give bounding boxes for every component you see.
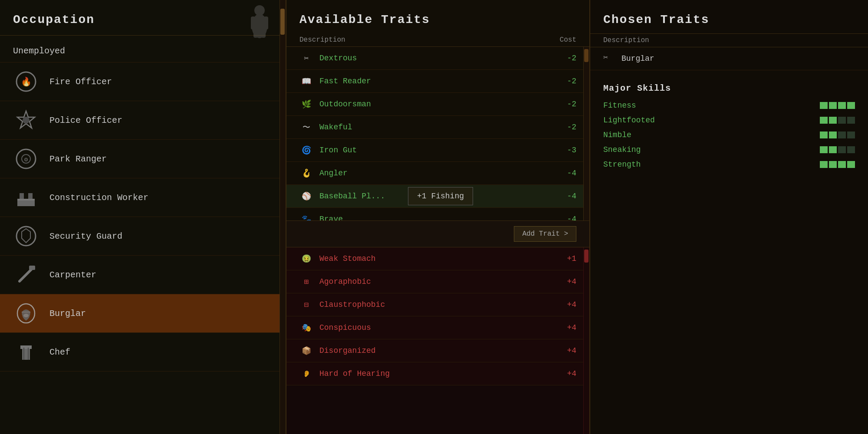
occupation-label-chef: Chef	[49, 347, 70, 357]
skill-item-fitness: Fitness	[603, 101, 855, 110]
skill-bar-sneaking-2	[829, 146, 837, 153]
skill-bars-strength	[820, 161, 855, 168]
skill-name-sneaking: Sneaking	[603, 145, 820, 154]
trait-item-brave[interactable]: 🐾 Brave -4	[286, 208, 589, 220]
occupation-item-construction-worker[interactable]: Construction Worker	[0, 178, 286, 217]
trait-icon-brave: 🐾	[299, 212, 313, 220]
trait-item-claustrophobic[interactable]: ⊟ Claustrophobic +4	[286, 293, 589, 316]
trait-item-hard-of-hearing[interactable]: 👂 Hard of Hearing +4	[286, 362, 589, 385]
trait-name-outdoorsman: Outdoorsman	[319, 100, 559, 108]
traits-panel: Available Traits Description Cost ✂ Dext…	[286, 0, 590, 434]
trait-item-agoraphobic[interactable]: ⊞ Agoraphobic +4	[286, 270, 589, 293]
trait-icon-angler: 🪝	[299, 166, 313, 180]
trait-cost-fast-reader: -2	[559, 77, 576, 85]
occ-icon-park-ranger: ⚙	[13, 146, 39, 172]
trait-name-fast-reader: Fast Reader	[319, 77, 559, 85]
occ-icon-fire-officer: 🔥	[13, 69, 39, 95]
trait-icon-wakeful: 〜	[299, 120, 313, 134]
trait-item-disorganized[interactable]: 📦 Disorganized +4	[286, 339, 589, 362]
skill-bar-strength-4	[847, 161, 855, 168]
svg-rect-3	[264, 16, 268, 30]
trait-cost-wakeful: -2	[559, 123, 576, 132]
svg-rect-25	[20, 345, 32, 349]
skill-bar-strength-2	[829, 161, 837, 168]
trait-cost-claustrophobic: +4	[559, 300, 576, 309]
skill-bar-sneaking-3	[838, 146, 846, 153]
occupation-label-construction-worker: Construction Worker	[49, 193, 148, 203]
occupation-scrollbar[interactable]	[279, 0, 286, 434]
svg-point-23	[23, 314, 29, 317]
add-trait-button[interactable]: Add Trait >	[514, 226, 576, 242]
trait-item-baseball-player[interactable]: ⚾ Baseball Pl... -4 +1 Fishing	[286, 185, 589, 208]
trait-item-weak-stomach[interactable]: 🤢 Weak Stomach +1	[286, 247, 589, 270]
skill-bars-lightfooted	[820, 117, 855, 124]
occupation-scrollbar-thumb[interactable]	[280, 9, 285, 35]
occupation-item-police-officer[interactable]: Police Officer	[0, 101, 286, 140]
svg-line-19	[20, 268, 33, 281]
skill-bar-lightfooted-3	[838, 117, 846, 124]
trait-cost-brave: -4	[559, 215, 576, 220]
chosen-col-description: Description	[603, 36, 649, 44]
skill-bar-lightfooted-2	[829, 117, 837, 124]
trait-item-fast-reader[interactable]: 📖 Fast Reader -2	[286, 70, 589, 93]
trait-icon-hard-of-hearing: 👂	[299, 367, 313, 381]
occupation-label-carpenter: Carpenter	[49, 270, 96, 280]
trait-name-iron-gut: Iron Gut	[319, 146, 559, 155]
trait-cost-hard-of-hearing: +4	[559, 369, 576, 378]
occupation-item-chef[interactable]: Chef	[0, 333, 286, 372]
trait-cost-baseball-player: -4	[559, 192, 576, 201]
occ-icon-security-guard	[13, 223, 39, 249]
trait-name-hard-of-hearing: Hard of Hearing	[319, 369, 559, 378]
trait-item-wakeful[interactable]: 〜 Wakeful -2	[286, 116, 589, 139]
trait-name-dextrous: Dextrous	[319, 54, 559, 62]
trait-name-brave: Brave	[319, 215, 559, 220]
trait-cost-iron-gut: -3	[559, 146, 576, 155]
trait-icon-agoraphobic: ⊞	[299, 275, 313, 289]
occupation-item-security-guard[interactable]: Security Guard	[0, 217, 286, 256]
trait-name-angler: Angler	[319, 169, 559, 178]
col-description: Description	[299, 36, 345, 44]
negative-scrollbar-thumb[interactable]	[584, 250, 589, 263]
skill-bar-fitness-1	[820, 102, 828, 109]
trait-name-conspicuous: Conspicuous	[319, 323, 559, 332]
positive-trait-list: ✂ Dextrous -2 📖 Fast Reader -2 🌿 Outdoor…	[286, 47, 589, 220]
occupation-item-burglar[interactable]: Burglar	[0, 294, 286, 333]
trait-item-dextrous[interactable]: ✂ Dextrous -2	[286, 47, 589, 70]
trait-item-angler[interactable]: 🪝 Angler -4	[286, 162, 589, 185]
occupation-item-unemployed[interactable]: Unemployed	[0, 40, 286, 62]
trait-name-wakeful: Wakeful	[319, 123, 559, 132]
negative-traits-section: 🤢 Weak Stomach +1 ⊞ Agoraphobic +4 ⊟ Cla…	[286, 247, 589, 434]
trait-cost-angler: -4	[559, 169, 576, 178]
occ-icon-chef	[13, 339, 39, 365]
occupation-item-park-ranger[interactable]: ⚙ Park Ranger	[0, 140, 286, 178]
positive-scrollbar-thumb[interactable]	[584, 49, 589, 62]
chosen-header: Chosen Traits	[590, 0, 868, 33]
skill-name-strength: Strength	[603, 160, 820, 169]
occupation-label-burglar: Burglar	[49, 309, 86, 319]
positive-trait-scrollbar[interactable]	[583, 47, 589, 220]
negative-trait-scrollbar[interactable]	[583, 247, 589, 434]
skill-bar-strength-3	[838, 161, 846, 168]
trait-cost-conspicuous: +4	[559, 323, 576, 332]
trait-item-outdoorsman[interactable]: 🌿 Outdoorsman -2	[286, 93, 589, 116]
occ-icon-carpenter	[13, 262, 39, 288]
chosen-trait-item-burglar[interactable]: ✂ Burglar	[590, 47, 868, 70]
traits-col-headers: Description Cost	[286, 33, 589, 47]
trait-name-baseball-player: Baseball Pl...	[319, 192, 559, 201]
svg-rect-13	[17, 200, 35, 206]
skill-bar-fitness-2	[829, 102, 837, 109]
skill-bars-fitness	[820, 102, 855, 109]
occupation-label-park-ranger: Park Ranger	[49, 154, 107, 164]
trait-item-conspicuous[interactable]: 🎭 Conspicuous +4	[286, 316, 589, 339]
positive-traits-container: ✂ Dextrous -2 📖 Fast Reader -2 🌿 Outdoor…	[286, 47, 589, 220]
trait-icon-conspicuous: 🎭	[299, 321, 313, 335]
major-skills-section: Major Skills Fitness Lightfooted Nimble	[590, 83, 868, 175]
occupation-item-fire-officer[interactable]: 🔥 Fire Officer	[0, 62, 286, 101]
chosen-trait-name-burglar: Burglar	[621, 54, 654, 63]
trait-item-iron-gut[interactable]: 🌀 Iron Gut -3	[286, 139, 589, 162]
occupation-item-carpenter[interactable]: Carpenter	[0, 256, 286, 294]
traits-header: Available Traits	[286, 0, 589, 33]
trait-cost-weak-stomach: +1	[559, 254, 576, 263]
skill-bar-fitness-3	[838, 102, 846, 109]
trait-name-agoraphobic: Agoraphobic	[319, 277, 559, 286]
